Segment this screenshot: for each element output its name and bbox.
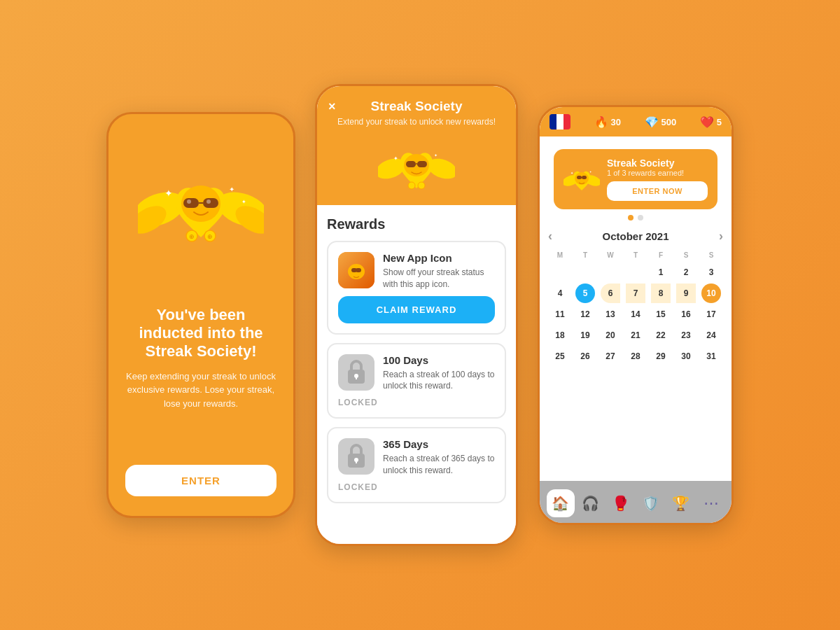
svg-point-25 [408,182,415,189]
cal-day-30[interactable]: 30 [676,346,696,366]
cal-day-16[interactable]: 16 [676,304,696,324]
cal-day-4[interactable]: 4 [550,284,570,303]
card1-description: Keep extending your streak to unlock exc… [125,370,276,411]
cal-day-20[interactable]: 20 [601,326,620,345]
cal-day-27[interactable]: 27 [601,346,620,366]
svg-text:⊕: ⊕ [207,233,213,240]
cal-day-1[interactable]: 1 [651,262,671,282]
streak-count: 30 [611,117,621,127]
cal-day-10[interactable]: 10 [701,284,721,303]
flag-red [564,114,570,130]
nav-more[interactable]: ⋯ [697,489,725,517]
cal-day-23[interactable]: 23 [676,326,696,345]
svg-text:✦: ✦ [434,153,438,158]
reward-desc-3: Reach a streak of 365 days to unlock thi… [383,453,495,477]
nav-bar: 🏠 🎧 🥊 🛡️ 🏆 ⋯ [540,486,732,520]
cal-day-17[interactable]: 17 [701,304,721,324]
cal-day-22[interactable]: 22 [651,326,671,345]
streak-stat: 🔥 30 [594,115,621,129]
cal-day-2[interactable]: 2 [676,262,696,282]
cal-empty-3 [601,262,620,282]
cal-day-26[interactable]: 26 [575,346,595,366]
svg-text:✦: ✦ [589,170,592,174]
phone-card-3: 🔥 30 💎 500 ❤️ 5 ✦ [538,105,734,525]
cal-day-18[interactable]: 18 [550,326,570,345]
cal-empty-2 [575,262,595,282]
card2-header: × Streak Society Extend your streak to u… [317,86,516,205]
cal-day-12[interactable]: 12 [575,304,595,324]
cal-day-31[interactable]: 31 [701,346,721,366]
locked-label-1: LOCKED [338,398,495,407]
weekday-S2: S [699,249,723,261]
nav-gloves[interactable]: 🥊 [607,489,635,517]
card1-text-block: You've been inducted into the Streak Soc… [125,258,276,458]
reward-card-365-days: 365 Days Reach a streak of 365 days to u… [327,427,506,503]
svg-text:✦: ✦ [229,186,234,193]
prev-month-button[interactable]: ‹ [548,229,552,244]
reward-title-1: New App Icon [383,252,495,264]
cal-empty-4 [626,262,645,282]
cal-day-29[interactable]: 29 [651,346,671,366]
streak-society-banner: ✦ ✦ Streak Society 1 of 3 rewards earned… [554,149,718,209]
svg-text:⊕: ⊕ [189,233,195,240]
reward-desc-2: Reach a streak of 100 days to unlock thi… [383,369,495,393]
cal-day-25[interactable]: 25 [550,346,570,366]
nav-trophy[interactable]: 🏆 [667,489,695,517]
banner-enter-button[interactable]: ENTER NOW [607,181,708,201]
cal-day-14[interactable]: 14 [626,304,645,324]
cal-day-8[interactable]: 8 [651,284,671,303]
svg-rect-33 [356,376,357,379]
nav-shield[interactable]: 🛡️ [637,489,665,517]
svg-point-39 [575,172,589,185]
svg-rect-40 [577,176,582,179]
reward-info-3: 365 Days Reach a streak of 365 days to u… [383,438,495,477]
enter-button[interactable]: ENTER [125,465,276,496]
svg-text:✦: ✦ [241,199,246,205]
lock-icon-100 [338,354,374,391]
banner-info: Streak Society 1 of 3 rewards earned! [607,158,708,177]
phone-card-2: × Streak Society Extend your streak to u… [315,84,518,546]
card2-title: Streak Society [371,99,463,114]
reward-desc-1: Show off your streak status with this ap… [383,267,495,290]
card2-header-top: × Streak Society [328,99,505,114]
card1-title: You've been inducted into the Streak Soc… [125,306,276,361]
flag-white [556,114,564,130]
phone-card-1: ✦ ✦ ✦ ⊕ ⊕ You've been inducted into the … [106,112,295,518]
reward-card-app-icon: New App Icon Show off your streak status… [327,241,506,335]
cal-day-15[interactable]: 15 [651,304,671,324]
weekday-M: M [548,249,572,261]
cal-day-28[interactable]: 28 [626,346,645,366]
cal-day-24[interactable]: 24 [701,326,721,345]
cal-day-19[interactable]: 19 [575,326,595,345]
cal-day-21[interactable]: 21 [626,326,645,345]
svg-text:✦: ✦ [164,188,173,199]
close-button[interactable]: × [328,99,336,114]
card3-header: 🔥 30 💎 500 ❤️ 5 [540,107,732,136]
weekday-T1: T [573,249,597,261]
nav-home[interactable]: 🏠 [547,489,575,517]
reward-title-2: 100 Days [383,354,495,366]
app-icon-reward-icon [338,252,374,288]
french-flag-icon[interactable] [550,114,570,130]
reward-info-1: New App Icon Show off your streak status… [383,252,495,290]
svg-point-9 [206,200,211,204]
cal-day-5[interactable]: 5 [575,284,595,303]
hearts-count: 5 [717,117,722,127]
claim-reward-button[interactable]: CLAIM REWARD [338,296,495,323]
lock-icon-365 [338,438,374,475]
cal-day-9[interactable]: 9 [676,284,696,303]
card2-body: Rewards [317,205,516,544]
nav-headphones[interactable]: 🎧 [577,489,605,517]
reward-card-100-days: 100 Days Reach a streak of 100 days to u… [327,343,506,419]
cal-day-13[interactable]: 13 [601,304,620,324]
cal-day-7[interactable]: 7 [626,284,645,303]
flame-icon: 🔥 [594,115,608,129]
svg-rect-21 [417,161,427,167]
calendar-nav: ‹ October 2021 › [548,229,723,244]
next-month-button[interactable]: › [719,229,723,244]
banner-title: Streak Society [607,158,708,169]
cal-day-6[interactable]: 6 [601,284,620,303]
cal-day-11[interactable]: 11 [550,304,570,324]
cal-day-3[interactable]: 3 [701,262,721,282]
reward-card-top-2: 100 Days Reach a streak of 100 days to u… [338,354,495,393]
